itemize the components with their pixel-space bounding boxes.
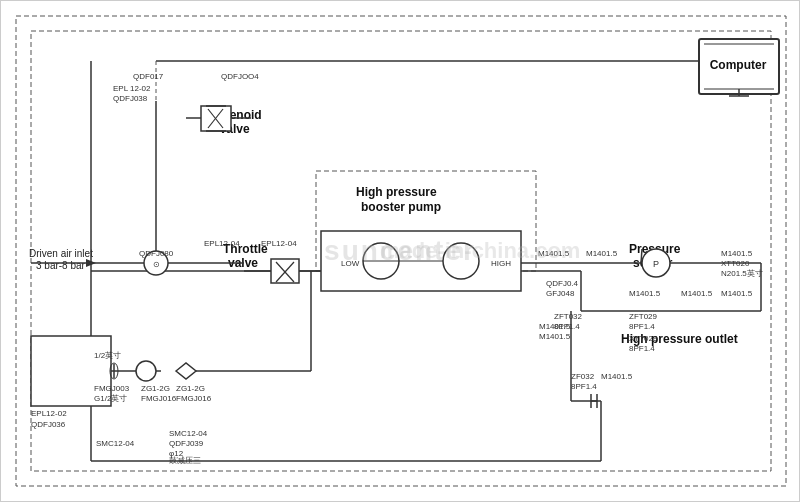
svg-text:ZG1-2G: ZG1-2G: [176, 384, 205, 393]
svg-text:ZFT032: ZFT032: [554, 312, 583, 321]
svg-point-41: [443, 243, 479, 279]
svg-text:P: P: [653, 259, 659, 269]
svg-text:FMGJ003: FMGJ003: [94, 384, 130, 393]
epl1204b-label: EPL12-04: [261, 239, 297, 248]
svg-text:8PF1.4: 8PF1.4: [629, 322, 655, 331]
svg-text:M1401.5: M1401.5: [539, 322, 571, 331]
svg-text:M1401.5: M1401.5: [601, 372, 633, 381]
qdfj036-label: QDFJ036: [31, 420, 66, 429]
hp-booster-label2: booster pump: [361, 200, 441, 214]
svg-text:ZF032: ZF032: [571, 372, 595, 381]
diagram-container: Computer High pressure booster pump Sole…: [0, 0, 800, 502]
smc1204-label: SMC12-04: [96, 439, 135, 448]
svg-text:QDFJ0.4: QDFJ0.4: [546, 279, 579, 288]
svg-rect-27: [271, 259, 299, 283]
svg-text:N201.5英寸: N201.5英寸: [721, 269, 763, 278]
driven-air-label2: 3 bar-8 bar: [36, 260, 86, 271]
svg-text:M1401.5: M1401.5: [629, 289, 661, 298]
svg-text:XTT020: XTT020: [721, 259, 750, 268]
svg-text:XTT029: XTT029: [629, 334, 658, 343]
svg-text:8PF1.4: 8PF1.4: [629, 344, 655, 353]
svg-text:1/2英寸: 1/2英寸: [94, 351, 121, 360]
qdfjoo4-label: QDFJOO4: [221, 72, 259, 81]
svg-text:M1401.5: M1401.5: [586, 249, 618, 258]
svg-text:FMGJ016: FMGJ016: [176, 394, 212, 403]
svg-text:ZFT029: ZFT029: [629, 312, 658, 321]
svg-text:GFJ048: GFJ048: [546, 289, 575, 298]
svg-text:M1401.5: M1401.5: [721, 289, 753, 298]
qdfj039-label: QDFJ039: [169, 439, 204, 448]
qdfj080-label: QDFJ080: [139, 249, 174, 258]
svg-marker-52: [176, 363, 196, 379]
qdf017-label: QDF017: [133, 72, 164, 81]
svg-line-46: [641, 249, 642, 263]
svg-text:LOW: LOW: [341, 259, 360, 268]
svg-text:8PF1.4: 8PF1.4: [571, 382, 597, 391]
svg-point-54: [136, 361, 156, 381]
svg-text:M1401.5: M1401.5: [721, 249, 753, 258]
svg-text:M1401.5: M1401.5: [539, 332, 571, 341]
svg-text:⊙: ⊙: [153, 260, 160, 269]
smc1204b-label: SMC12-04: [169, 429, 208, 438]
svg-text:G1/2英寸: G1/2英寸: [94, 394, 127, 403]
svg-text:鼓减压三: 鼓减压三: [169, 456, 201, 465]
qdfj038-label: QDFJ038: [113, 94, 148, 103]
epl1202-label: EPL 12-02: [113, 84, 151, 93]
epl1202b-label: EPL12-02: [31, 409, 67, 418]
svg-text:FMGJ016: FMGJ016: [141, 394, 177, 403]
svg-text:M1401.5: M1401.5: [538, 249, 570, 258]
computer-label: Computer: [710, 58, 767, 72]
epl1204a-label: EPL12-04: [204, 239, 240, 248]
svg-text:HIGH: HIGH: [491, 259, 511, 268]
hp-booster-label: High pressure: [356, 185, 437, 199]
svg-text:ZG1-2G: ZG1-2G: [141, 384, 170, 393]
driven-air-label: Driven air inlet: [29, 248, 93, 259]
svg-text:M1401.5: M1401.5: [681, 289, 713, 298]
